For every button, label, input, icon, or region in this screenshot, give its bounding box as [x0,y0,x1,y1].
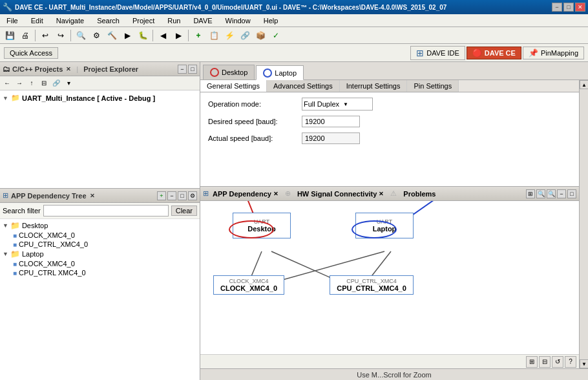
menu-run[interactable]: Run [163,16,184,25]
toolbar-btn-6[interactable]: ⚙ [89,28,103,43]
dep-clock-xmc4-1[interactable]: ■ CLOCK_XMC4_0 [13,259,197,268]
dave-ce-button[interactable]: 🔴 DAVE CE [467,47,521,59]
app-dep-tab[interactable]: APP Dependency ✕ [213,190,278,198]
toolbar-undo[interactable]: ↩ [38,28,52,43]
dep-tree-close[interactable]: ✕ [90,193,95,199]
tab-interrupt-settings[interactable]: Interrupt Settings [340,80,408,92]
toolbar-btn-11[interactable]: ▶ [171,28,185,43]
desired-speed-input[interactable]: 19200 [302,116,360,127]
link-editor-btn[interactable]: 🔗 [50,78,62,89]
dep-sep: ⊕ [285,189,291,198]
title-text: DAVE CE - UART_Multi_Instance/Dave/Model… [15,4,446,11]
actual-speed-input[interactable]: 19200 [302,132,360,144]
dave-ide-button[interactable]: ⊞ DAVE IDE [410,46,465,60]
minimize-button[interactable]: − [552,3,562,12]
dave-ide-label: DAVE IDE [426,49,459,57]
dep-diagram-btn2[interactable]: ⊟ [539,356,551,368]
dep-header-btn1[interactable]: ⊞ [526,189,535,198]
search-input[interactable] [43,205,169,216]
toolbar-btn-16[interactable]: 📦 [253,28,268,43]
toolbar-btn-13[interactable]: 📋 [207,28,221,43]
tab-general-settings[interactable]: General Settings [200,80,267,92]
toolbar-redo[interactable]: ↪ [54,28,68,43]
maximize-panel-btn[interactable]: □ [188,65,197,74]
dep-header-max[interactable]: □ [567,189,576,198]
tree-root[interactable]: ▼ 📁 UART_Multi_Instance [ Active - Debug… [3,93,197,103]
dep-tree-laptop[interactable]: ▼ 📁 Laptop [3,249,197,259]
cpu-ctrl-box[interactable]: CPU_CTRL_XMC4 CPU_CTRL_XMC4_0 [330,275,414,295]
up-btn[interactable]: ↑ [26,78,37,89]
tab-advanced-settings[interactable]: Advanced Settings [267,80,340,92]
menu-project[interactable]: Project [129,16,158,25]
close-button[interactable]: ✕ [575,3,585,12]
toolbar-btn-10[interactable]: ◀ [156,28,170,43]
clock-name: CLOCK_XMC4_0 [220,284,277,292]
dep-diagram-btn3[interactable]: ↺ [552,356,563,368]
dep-tree-tab[interactable]: APP Dependency Tree ✕ [11,192,95,200]
dep-cpu-ctrl-1[interactable]: ■ CPU_CTRL XMC4_0 [13,268,197,277]
toolbar-new-app[interactable]: + [191,28,205,43]
pin-mapping-button[interactable]: 📌 PinMapping [523,47,584,59]
app-dep-close[interactable]: ✕ [273,191,278,197]
dep-tree-add-btn[interactable]: + [157,191,166,200]
toolbar-btn-14[interactable]: ⚡ [222,28,236,43]
tab-pin-settings[interactable]: Pin Settings [407,80,459,92]
cpp-projects-tab[interactable]: 🗂 C/C++ Projects ✕ [3,65,71,74]
toolbar-btn-2[interactable]: 🖨 [18,28,32,43]
scroll-down-btn[interactable]: ▼ [580,359,588,368]
collapse-all-btn[interactable]: ⊟ [38,78,50,89]
dep-diagram-help[interactable]: ? [565,356,576,368]
problems-tab[interactable]: Problems [403,190,436,198]
clear-button[interactable]: Clear [171,206,197,216]
toolbar-btn-15[interactable]: 🔗 [238,28,252,43]
toolbar-sep-3 [152,30,153,41]
dep-tree-desktop[interactable]: ▼ 📁 Desktop [3,220,197,231]
dep-tree-min-btn[interactable]: − [167,191,176,200]
menu-file[interactable]: File [3,16,22,25]
app-dep-diagram: UART Desktop UART Laptop [200,201,579,354]
cpp-projects-close[interactable]: ✕ [66,66,71,72]
menu-search[interactable]: Search [93,16,123,25]
toolbar-btn-7[interactable]: 🔨 [105,28,119,43]
forward-btn[interactable]: → [14,78,25,89]
minimize-panel-btn[interactable]: − [178,65,187,74]
proj-toolbar-more[interactable]: ▾ [63,78,74,89]
menu-window[interactable]: Window [222,16,255,25]
hw-signal-close[interactable]: ✕ [379,191,384,197]
right-scrollbar[interactable]: ▲ ▼ [579,80,588,368]
dep-desktop-children: ■ CLOCK_XMC4_0 ■ CPU_CTRL_XMC4_0 [13,231,197,249]
dep-folder-icon-2: 📁 [10,249,20,259]
quick-access-button[interactable]: Quick Access [4,47,58,59]
dep-header-zoom-out[interactable]: 🔍 [547,189,556,198]
menu-dave[interactable]: DAVE [189,16,216,25]
dep-tree-settings-btn[interactable]: ⚙ [188,191,197,200]
project-explorer-tab[interactable]: Project Explorer [83,65,138,73]
toolbar-btn-9[interactable]: 🐛 [136,28,150,43]
back-btn[interactable]: ← [1,78,13,89]
menu-edit[interactable]: Edit [27,16,47,25]
menu-help[interactable]: Help [260,16,282,25]
operation-mode-select[interactable]: Full Duplex ▼ [302,98,373,111]
clock-xmc4-box[interactable]: CLOCK_XMC4 CLOCK_XMC4_0 [213,275,284,295]
left-panel: 🗂 C/C++ Projects ✕ | Project Explorer − … [0,62,200,380]
maximize-button[interactable]: □ [563,3,574,12]
toolbar-btn-17[interactable]: ✓ [269,28,283,43]
tab-laptop[interactable]: Laptop [256,65,304,80]
dep-header-min[interactable]: − [557,189,566,198]
toolbar-btn-1[interactable]: 💾 [3,28,17,43]
dep-cpu-ctrl-0[interactable]: ■ CPU_CTRL_XMC4_0 [13,240,197,249]
scroll-up-btn[interactable]: ▲ [580,80,588,89]
toolbar-btn-8[interactable]: ▶ [120,28,134,43]
toolbar-btn-5[interactable]: 🔍 [74,28,88,43]
dep-desktop-label: Desktop [22,222,48,229]
menu-navigate[interactable]: Navigate [52,16,88,25]
dep-clock-xmc4-0[interactable]: ■ CLOCK_XMC4_0 [13,231,197,240]
dep-tree-max-btn[interactable]: □ [178,191,187,200]
dep-diagram-btn1[interactable]: ⊞ [526,356,538,368]
dep-header-zoom-in[interactable]: 🔍 [536,189,545,198]
right-main: General Settings Advanced Settings Inter… [200,80,588,368]
hw-signal-tab[interactable]: HW Signal Connectivity ✕ [297,190,384,198]
tab-desktop[interactable]: Desktop [203,65,255,79]
scroll-track[interactable] [580,89,588,359]
desired-speed-label: Desired speed [baud]: [208,118,302,125]
